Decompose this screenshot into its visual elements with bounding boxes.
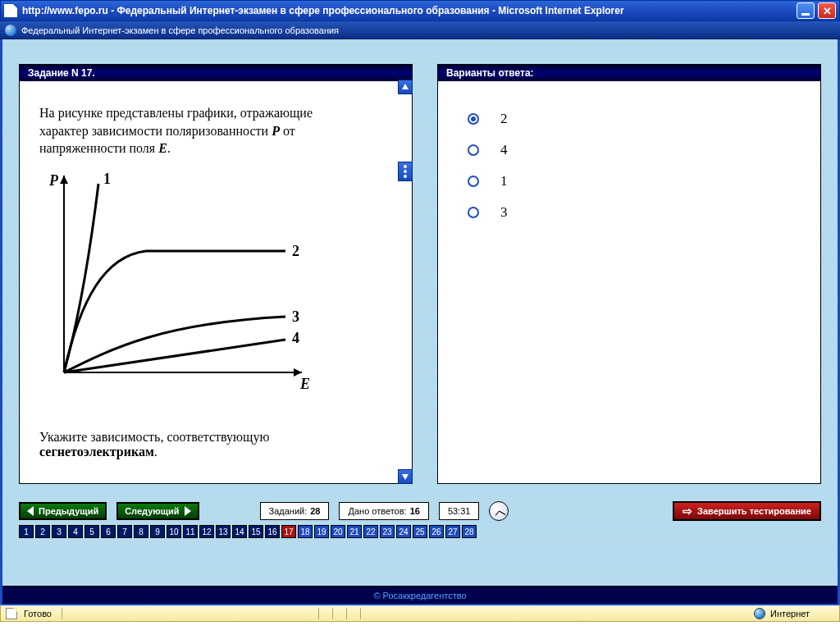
nav-row: Предыдущий Следующий Заданий:28 Дано отв… — [19, 499, 821, 523]
curve-4-label: 4 — [292, 330, 299, 346]
curve-3-label: 3 — [292, 308, 299, 325]
question-number[interactable]: 11 — [183, 525, 198, 538]
question-panel: Задание N 17. На рисунке представлены гр… — [19, 64, 413, 484]
answered-count: Дано ответов:16 — [339, 502, 428, 520]
answer-option[interactable]: 1 — [468, 173, 791, 189]
question-number[interactable]: 16 — [265, 525, 280, 538]
scroll-down-button[interactable] — [398, 469, 413, 484]
question-header: Задание N 17. — [20, 65, 412, 81]
answer-option[interactable]: 4 — [468, 142, 791, 158]
answers-list: 2413 — [438, 81, 820, 265]
question-number[interactable]: 28 — [462, 525, 477, 538]
status-bar: Готово Интернет — [0, 604, 840, 622]
close-button[interactable]: ✕ — [818, 2, 836, 19]
globe-icon — [5, 25, 16, 36]
answers-panel: Варианты ответа: 2413 — [437, 64, 821, 484]
radio-icon — [468, 176, 479, 187]
tab-title: Федеральный Интернет-экзамен в сфере про… — [21, 25, 339, 35]
question-number[interactable]: 17 — [281, 525, 296, 538]
radio-icon — [468, 113, 479, 125]
question-number[interactable]: 19 — [314, 525, 329, 538]
question-number[interactable]: 4 — [68, 525, 83, 538]
answers-header: Варианты ответа: — [438, 65, 820, 81]
answer-option[interactable]: 2 — [468, 111, 791, 127]
browser-tabstrip: Федеральный Интернет-экзамен в сфере про… — [0, 21, 840, 39]
question-text: На рисунке представлены графики, отражаю… — [39, 104, 392, 158]
window-title: http://www.fepo.ru - Федеральный Интерне… — [22, 5, 624, 16]
question-number[interactable]: 5 — [84, 525, 99, 538]
clock-icon — [489, 501, 509, 521]
question-number[interactable]: 1 — [19, 525, 34, 538]
question-number[interactable]: 26 — [429, 525, 444, 538]
question-number[interactable]: 25 — [413, 525, 427, 538]
app-content: Задание N 17. На рисунке представлены гр… — [0, 39, 840, 604]
question-number[interactable]: 15 — [249, 525, 263, 538]
axis-y-label: P — [48, 172, 59, 189]
answer-label: 1 — [500, 173, 508, 189]
question-number[interactable]: 13 — [216, 525, 231, 538]
question-number[interactable]: 9 — [150, 525, 165, 538]
question-number[interactable]: 23 — [380, 525, 395, 538]
question-number[interactable]: 7 — [117, 525, 132, 538]
question-number[interactable]: 22 — [363, 525, 378, 538]
prev-button[interactable]: Предыдущий — [19, 502, 107, 520]
question-number[interactable]: 2 — [35, 525, 50, 538]
task-count: Заданий:28 — [260, 502, 330, 520]
question-number[interactable]: 21 — [347, 525, 362, 538]
question-number[interactable]: 20 — [331, 525, 345, 538]
question-number[interactable]: 10 — [167, 525, 181, 538]
next-button[interactable]: Следующий — [116, 502, 199, 520]
document-icon — [4, 4, 17, 17]
axis-x-label: E — [299, 376, 310, 392]
finish-button[interactable]: ⇨ Завершить тестирование — [673, 501, 821, 521]
answer-option[interactable]: 3 — [468, 204, 791, 221]
radio-icon — [468, 207, 479, 218]
question-prompt: Укажите зависимость, соответствующую сег… — [39, 430, 392, 459]
globe-icon — [754, 608, 765, 619]
curve-2-label: 2 — [292, 243, 299, 259]
footer-credit: © Росаккредагентство — [2, 586, 838, 604]
runner-icon: ⇨ — [682, 504, 692, 518]
answer-label: 4 — [500, 142, 508, 158]
question-number[interactable]: 18 — [298, 525, 313, 538]
arrow-left-icon — [27, 506, 34, 516]
question-number[interactable]: 6 — [101, 525, 116, 538]
question-number[interactable]: 8 — [134, 525, 148, 538]
arrow-right-icon — [185, 506, 191, 516]
window-titlebar: http://www.fepo.ru - Федеральный Интерне… — [0, 0, 840, 21]
question-number[interactable]: 14 — [232, 525, 247, 538]
minimize-button[interactable] — [797, 2, 815, 19]
curve-1-label: 1 — [103, 171, 111, 187]
question-number[interactable]: 27 — [445, 525, 460, 538]
question-number[interactable]: 3 — [52, 525, 66, 538]
question-strip: 1234567891011121314151617181920212223242… — [19, 525, 477, 538]
radio-icon — [468, 144, 479, 156]
answer-label: 2 — [500, 111, 508, 127]
question-body: На рисунке представлены графики, отражаю… — [20, 81, 412, 483]
svg-marker-4 — [60, 176, 68, 184]
status-text: Готово — [24, 609, 52, 619]
document-icon — [6, 608, 17, 619]
question-number[interactable]: 24 — [396, 525, 411, 538]
question-number[interactable]: 12 — [199, 525, 214, 538]
timer: 53:31 — [439, 502, 480, 520]
security-zone: Интернет — [754, 608, 834, 619]
polarization-chart: P E 1 2 3 4 — [39, 167, 318, 397]
svg-marker-6 — [402, 474, 409, 480]
answer-label: 3 — [500, 204, 508, 221]
